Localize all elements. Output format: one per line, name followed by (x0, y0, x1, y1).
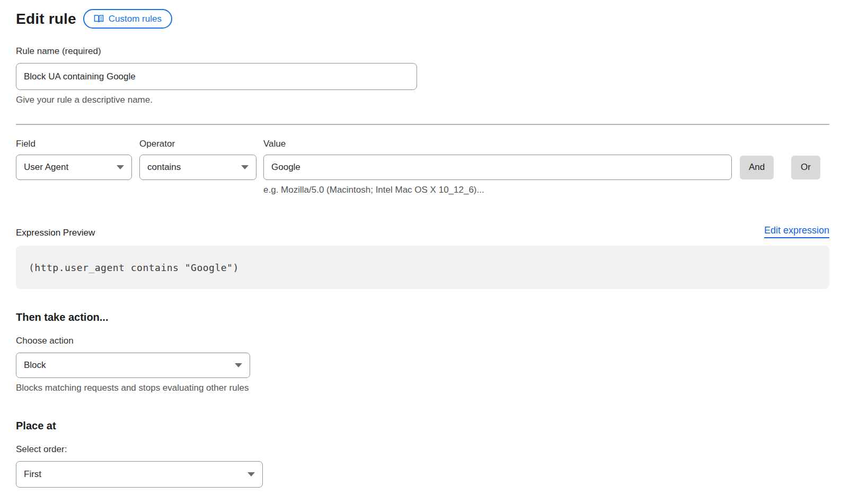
rule-name-section: Rule name (required) Give your rule a de… (16, 46, 829, 105)
rule-name-input[interactable] (16, 63, 417, 90)
expression-preview-label: Expression Preview (16, 228, 95, 238)
custom-rules-badge[interactable]: Custom rules (83, 9, 172, 29)
edit-expression-link[interactable]: Edit expression (764, 225, 829, 238)
open-book-icon (94, 14, 104, 23)
chevron-down-icon (241, 165, 249, 169)
field-select[interactable]: User Agent (16, 155, 132, 180)
order-select[interactable]: First (16, 461, 263, 488)
operator-select[interactable]: contains (139, 155, 256, 180)
action-helper: Blocks matching requests and stops evalu… (16, 383, 829, 393)
value-helper: e.g. Mozilla/5.0 (Macintosh; Intel Mac O… (263, 185, 829, 195)
operator-select-value: contains (147, 162, 181, 173)
condition-labels: Field Operator Value (16, 139, 829, 149)
rule-name-helper: Give your rule a descriptive name. (16, 95, 829, 105)
place-at-heading: Place at (16, 420, 829, 432)
page-header: Edit rule Custom rules (16, 9, 829, 29)
expression-header: Expression Preview Edit expression (16, 225, 829, 238)
action-section: Then take action... Choose action Block … (16, 311, 829, 393)
action-heading: Then take action... (16, 311, 829, 323)
edit-rule-page: Edit rule Custom rules Rule name (requir… (0, 0, 841, 488)
choose-action-label: Choose action (16, 336, 829, 346)
expression-code: (http.user_agent contains "Google") (29, 262, 239, 273)
expression-preview-box: (http.user_agent contains "Google") (16, 246, 829, 289)
action-select-value: Block (24, 360, 46, 371)
rule-name-label: Rule name (required) (16, 46, 829, 57)
value-label: Value (263, 139, 286, 149)
action-select[interactable]: Block (16, 353, 250, 378)
chevron-down-icon (117, 165, 124, 169)
custom-rules-badge-label: Custom rules (109, 14, 162, 24)
select-order-label: Select order: (16, 444, 829, 455)
order-select-value: First (24, 469, 41, 480)
field-select-value: User Agent (24, 162, 68, 173)
placement-section: Place at Select order: First (16, 420, 829, 488)
chevron-down-icon (247, 472, 255, 476)
value-input[interactable] (263, 155, 732, 180)
field-label: Field (16, 139, 139, 149)
operator-label: Operator (139, 139, 263, 149)
chevron-down-icon (235, 363, 242, 367)
or-button[interactable]: Or (791, 156, 820, 179)
condition-row: User Agent contains And Or (16, 155, 829, 180)
and-button[interactable]: And (740, 156, 774, 179)
page-title: Edit rule (16, 11, 76, 28)
section-divider (16, 124, 829, 125)
